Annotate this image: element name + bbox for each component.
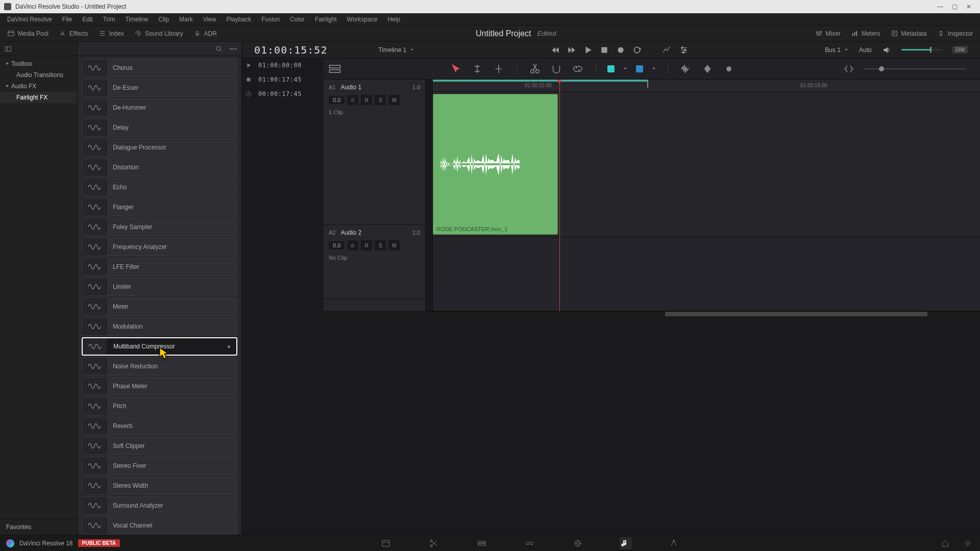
sound-library-button[interactable]: Sound Library [129, 28, 188, 39]
track-volume[interactable]: 0.0 [329, 96, 345, 104]
fx-foley-sampler[interactable]: Foley Sampler [82, 218, 237, 236]
fx-modulation[interactable]: Modulation [82, 317, 237, 336]
flag-blue[interactable] [636, 65, 643, 72]
index-button[interactable]: Index [93, 28, 129, 39]
fusion-page[interactable] [524, 537, 536, 549]
marker-tool[interactable] [492, 62, 505, 76]
fx-flanger[interactable]: Flanger [82, 198, 237, 216]
horizontal-scrollbar[interactable] [324, 311, 980, 316]
lock-icon[interactable] [347, 240, 358, 251]
chevron-down-icon[interactable] [651, 66, 656, 71]
arm-button[interactable]: R [361, 95, 372, 105]
razor-tool[interactable] [528, 62, 542, 76]
bus-selector[interactable]: Bus 1 [825, 46, 849, 54]
fx-chorus[interactable]: Chorus [82, 59, 237, 77]
track-volume[interactable]: 0.0 [329, 241, 345, 249]
menu-trim[interactable]: Trim [98, 13, 120, 25]
menu-help[interactable]: Help [382, 13, 405, 25]
arm-button[interactable]: R [361, 240, 372, 251]
fast-forward-button[interactable] [567, 45, 576, 55]
fx-stereo-fixer[interactable]: Stereo Fixer [82, 457, 237, 475]
minimize-button[interactable]: — [933, 2, 947, 12]
speaker-icon[interactable] [882, 45, 891, 55]
fx-dialogue-processor[interactable]: Dialogue Processor [82, 138, 237, 157]
timeline-view-icon[interactable] [328, 63, 342, 74]
fx-de-hummer[interactable]: De-Hummer [82, 98, 237, 117]
range-tool[interactable] [471, 62, 484, 76]
stop-button[interactable] [600, 45, 609, 55]
home-button[interactable] [939, 537, 951, 549]
tc-duration[interactable]: 00:00:17:45 [242, 87, 324, 101]
fx-meter[interactable]: Meter [82, 297, 237, 316]
mute-button[interactable]: M [388, 95, 400, 105]
timeline-ruler[interactable]: 01:00:15:00 01:00:18:00 01:00:21:00 01:0… [433, 80, 980, 92]
fx-phase-meter[interactable]: Phase Meter [82, 377, 237, 395]
main-timecode[interactable]: 01:00:15:52 [254, 44, 327, 56]
fx-reverb[interactable]: Reverb [82, 417, 237, 435]
edit-page[interactable] [476, 537, 488, 549]
fairlight-page[interactable] [620, 537, 632, 549]
menu-mark[interactable]: Mark [174, 13, 198, 25]
deliver-page[interactable] [668, 537, 680, 549]
track-header-a1[interactable]: A1 Audio 1 1.0 0.0 R S M 1 C [324, 80, 425, 225]
favorites-section[interactable]: Favorites [0, 519, 77, 535]
menu-color[interactable]: Color [285, 13, 310, 25]
fx-de-esser[interactable]: De-Esser [82, 79, 237, 97]
auto-mode[interactable]: Auto [859, 46, 872, 54]
favorite-star-icon[interactable]: ★ [227, 344, 236, 349]
fx-frequency-analyzer[interactable]: Frequency Analyzer [82, 238, 237, 256]
meters-button[interactable]: Meters [846, 28, 886, 39]
menu-file[interactable]: File [57, 13, 77, 25]
metadata-button[interactable]: Metadata [886, 28, 932, 39]
track-lane-a2[interactable] [433, 237, 980, 311]
media-pool-button[interactable]: Media Pool [2, 28, 54, 39]
tc-in[interactable]: 01:00:00:00 [242, 58, 324, 72]
tree-fairlight-fx[interactable]: Fairlight FX [0, 92, 77, 103]
chevron-down-icon[interactable] [623, 66, 628, 71]
link-tool[interactable] [571, 62, 584, 76]
loop-button[interactable] [632, 45, 642, 55]
solo-button[interactable]: S [375, 240, 386, 251]
color-page[interactable] [572, 537, 584, 549]
timeline-tracks[interactable]: 01:00:15:00 01:00:18:00 01:00:21:00 01:0… [433, 80, 980, 311]
menu-workspace[interactable]: Workspace [342, 13, 383, 25]
fx-surround-analyzer[interactable]: Surround Analyzer [82, 496, 237, 515]
audio-clip[interactable]: RODE PODCASTER.mov_1 [433, 94, 558, 235]
fx-noise-reduction[interactable]: Noise Reduction [82, 357, 237, 375]
close-button[interactable]: ✕ [962, 2, 976, 12]
menu-view[interactable]: View [198, 13, 222, 25]
dot-icon[interactable] [722, 62, 736, 76]
snap-tool[interactable] [550, 62, 563, 76]
flag-cyan[interactable] [607, 65, 615, 72]
keyframe-icon[interactable] [701, 62, 714, 76]
dim-button[interactable]: DIM [952, 46, 968, 54]
timeline-selector[interactable]: Timeline 1 [378, 46, 414, 54]
tc-out[interactable]: 01:00:17:45 [242, 72, 324, 87]
menu-edit[interactable]: Edit [77, 13, 98, 25]
fx-delay[interactable]: Delay [82, 118, 237, 137]
solo-button[interactable]: S [375, 95, 386, 105]
play-button[interactable] [583, 45, 593, 55]
cut-page[interactable] [428, 537, 440, 549]
fx-vocal-channel[interactable]: Vocal Channel [82, 516, 237, 535]
fx-pitch[interactable]: Pitch [82, 397, 237, 415]
adr-button[interactable]: ADR [188, 28, 222, 39]
media-page[interactable] [380, 537, 392, 549]
volume-slider[interactable] [901, 49, 942, 51]
fx-distortion[interactable]: Distortion [82, 158, 237, 177]
menu-playback[interactable]: Playback [221, 13, 256, 25]
track-lane-a1[interactable]: RODE PODCASTER.mov_1 [433, 92, 980, 237]
waveform-icon[interactable] [679, 62, 693, 76]
settings-button[interactable] [962, 537, 974, 549]
search-icon[interactable] [215, 45, 223, 53]
fx-soft-clipper[interactable]: Soft Clipper [82, 437, 237, 455]
record-button[interactable] [616, 45, 625, 55]
options-icon[interactable] [229, 45, 237, 53]
out-point-marker[interactable] [647, 80, 648, 88]
fx-lfe-filter[interactable]: LFE Filter [82, 258, 237, 276]
sidebar-toggle-icon[interactable] [4, 45, 12, 53]
mute-button[interactable]: M [388, 240, 400, 251]
tree-audio-fx[interactable]: Audio FX [0, 81, 77, 92]
mixer-button[interactable]: Mixer [810, 28, 846, 39]
sliders-icon[interactable] [679, 45, 689, 55]
